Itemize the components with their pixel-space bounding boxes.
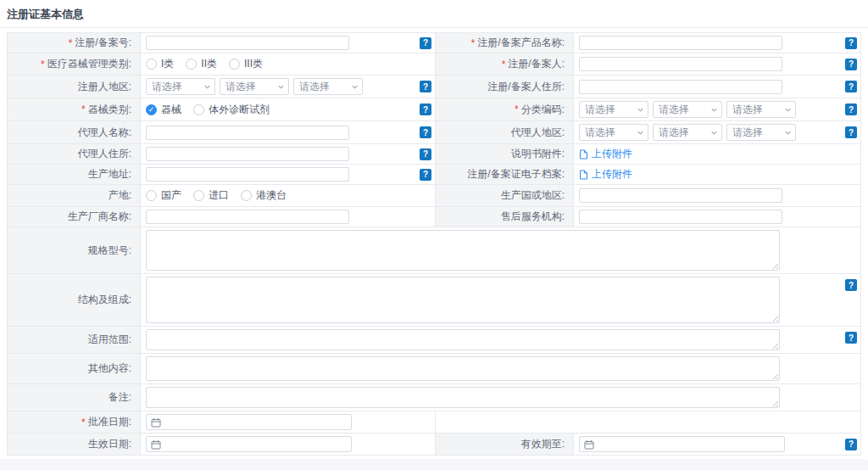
effective-date-input[interactable] [146, 436, 352, 452]
registrant-region-select-district[interactable]: 请选择 [293, 78, 363, 95]
agent-name-label: 代理人名称: [8, 121, 141, 143]
registrant-help-icon[interactable]: ? [845, 59, 857, 70]
row-other-content: 其他内容: [8, 354, 860, 384]
production-country-input[interactable] [579, 188, 782, 203]
agent-address-input[interactable] [146, 147, 349, 161]
registrant-address-cell: ? [574, 76, 860, 98]
radio-class-2[interactable]: II类 [186, 57, 217, 71]
radio-circle-icon [229, 59, 240, 70]
class-code-select-1[interactable]: 请选择 [579, 101, 648, 118]
agent-address-label: 代理人住所: [8, 144, 141, 164]
scope-cell: ? [141, 327, 860, 353]
radio-ivd[interactable]: 体外诊断试剂 [193, 103, 270, 117]
manufacturer-name-label: 生产厂商名称: [8, 207, 141, 227]
radio-circle-icon [193, 104, 204, 115]
radio-circle-icon [146, 59, 157, 70]
radio-device[interactable]: ✓器械 [146, 103, 181, 117]
reg-no-input[interactable] [146, 36, 349, 50]
structure-label: 结构及组成: [8, 274, 141, 326]
row-structure: 结构及组成: ? [8, 274, 860, 327]
registrant-region-select-city[interactable]: 请选择 [220, 78, 289, 95]
row-spec-model: 规格型号: [8, 227, 860, 274]
radio-checked-icon: ✓ [146, 104, 157, 115]
registrant-region-help-icon[interactable]: ? [420, 81, 431, 92]
agent-region-select-district[interactable]: 请选择 [726, 124, 796, 141]
production-address-input[interactable] [146, 167, 349, 182]
scope-textarea[interactable] [146, 329, 780, 350]
expiry-date-help-icon[interactable]: ? [845, 439, 857, 450]
chevron-down-icon [351, 83, 359, 91]
registrant-region-cell: 请选择 请选择 请选择 ? [141, 76, 435, 98]
row-registrant-region: 注册人地区: 请选择 请选择 请选择 ? 注册/备案人住所: ? [8, 76, 860, 98]
production-country-cell [574, 185, 860, 206]
expiry-date-input[interactable] [579, 436, 785, 452]
product-name-label: *注册/备案产品名称: [435, 33, 574, 53]
device-category-cell: ✓器械 体外诊断试剂 ? [141, 98, 435, 120]
registrant-address-help-icon[interactable]: ? [845, 81, 857, 92]
required-mark: * [471, 37, 476, 49]
remark-label: 备注: [8, 384, 141, 411]
radio-class-1[interactable]: I类 [146, 57, 174, 71]
effective-date-label: 生效日期: [8, 434, 141, 455]
agent-region-select-province[interactable]: 请选择 [579, 124, 648, 141]
class-code-select-2[interactable]: 请选择 [653, 101, 722, 118]
registrant-region-select-province[interactable]: 请选择 [146, 78, 215, 95]
radio-domestic[interactable]: 国产 [146, 188, 181, 203]
registrant-cell: ? [574, 53, 860, 75]
after-sales-input[interactable] [579, 210, 782, 224]
row-agent-address: 代理人住所: ? 说明书附件: 上传附件 [8, 144, 860, 165]
manufacturer-name-input[interactable] [146, 210, 349, 224]
agent-address-cell: ? [141, 144, 435, 164]
registrant-address-input[interactable] [579, 80, 782, 94]
manual-upload-link[interactable]: 上传附件 [579, 147, 632, 161]
product-name-input[interactable] [579, 36, 782, 50]
registrant-input[interactable] [579, 57, 782, 71]
class-code-select-3[interactable]: 请选择 [726, 101, 796, 118]
row-manufacturer-name: 生产厂商名称: 售后服务机构: [8, 207, 860, 227]
class-code-cell: 请选择 请选择 请选择 ? [574, 98, 860, 120]
row-approval-date: *批准日期: [8, 411, 860, 434]
chevron-down-icon [784, 106, 792, 114]
production-country-label: 生产国或地区: [435, 185, 574, 206]
remark-cell [141, 384, 860, 411]
agent-region-help-icon[interactable]: ? [845, 126, 857, 138]
row-agent-name: 代理人名称: ? 代理人地区: 请选择 请选择 请选择 ? [8, 121, 860, 144]
device-category-help-icon[interactable]: ? [420, 104, 431, 115]
scope-label: 适用范围: [8, 327, 141, 353]
mgmt-class-cell: I类 II类 III类 [141, 53, 435, 75]
spec-model-textarea[interactable] [146, 230, 780, 271]
agent-region-select-city[interactable]: 请选择 [653, 124, 722, 141]
registrant-address-label: 注册/备案人住所: [435, 76, 574, 98]
agent-region-label: 代理人地区: [435, 121, 574, 143]
expiry-date-cell: ? [574, 434, 860, 455]
agent-address-help-icon[interactable]: ? [420, 148, 431, 160]
cert-archive-upload-link[interactable]: 上传附件 [579, 167, 632, 182]
page-title: 注册证基本信息 [0, 0, 868, 28]
class-code-help-icon[interactable]: ? [845, 104, 857, 115]
product-name-help-icon[interactable]: ? [845, 37, 857, 49]
structure-help-icon[interactable]: ? [845, 279, 857, 291]
radio-hk-macao-taiwan[interactable]: 港澳台 [241, 188, 287, 203]
reg-no-help-icon[interactable]: ? [420, 37, 431, 49]
row-remark: 备注: [8, 384, 860, 411]
scope-help-icon[interactable]: ? [845, 332, 857, 344]
required-mark: * [81, 104, 86, 115]
expiry-date-label: 有效期至: [435, 434, 574, 455]
chevron-down-icon [784, 129, 792, 137]
radio-class-3[interactable]: III类 [229, 57, 263, 71]
product-name-cell: ? [574, 33, 860, 53]
file-icon [579, 170, 588, 180]
required-mark: * [69, 37, 73, 49]
structure-textarea[interactable] [146, 277, 780, 323]
remark-textarea[interactable] [146, 387, 780, 408]
other-content-textarea[interactable] [146, 356, 780, 381]
production-address-help-icon[interactable]: ? [420, 169, 431, 181]
file-icon [579, 149, 588, 159]
spec-model-label: 规格型号: [8, 227, 141, 273]
agent-name-help-icon[interactable]: ? [420, 126, 431, 138]
agent-name-input[interactable] [146, 126, 349, 140]
radio-imported[interactable]: 进口 [193, 188, 229, 203]
approval-date-input[interactable] [146, 414, 352, 430]
approval-date-label: *批准日期: [8, 411, 141, 433]
row-scope: 适用范围: ? [8, 327, 860, 354]
